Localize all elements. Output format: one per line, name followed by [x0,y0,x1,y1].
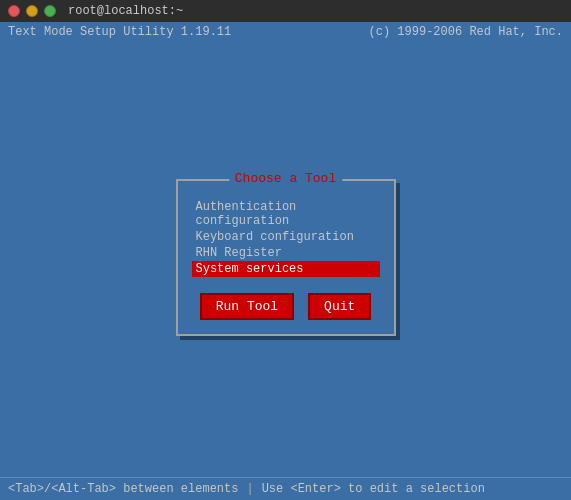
dialog-buttons: Run ToolQuit [192,293,380,320]
hint-tab: <Tab>/<Alt-Tab> between elements [8,482,238,496]
menu-item-3[interactable]: System services [192,261,380,277]
top-status-bar: Text Mode Setup Utility 1.19.11 (c) 1999… [0,22,571,42]
close-button[interactable] [8,5,20,17]
minimize-button[interactable] [26,5,38,17]
menu-item-1[interactable]: Keyboard configuration [192,229,380,245]
menu-item-2[interactable]: RHN Register [192,245,380,261]
dialog-title: Choose a Tool [229,171,342,186]
terminal-area: Choose a Tool Authentication configurati… [0,42,571,472]
menu-item-0[interactable]: Authentication configuration [192,199,380,229]
app-name: Text Mode Setup Utility 1.19.11 [8,25,231,39]
run-tool-button[interactable]: Run Tool [200,293,294,320]
dialog-content: Authentication configurationKeyboard con… [178,181,394,334]
bottom-status-bar: <Tab>/<Alt-Tab> between elements | Use <… [0,477,571,500]
quit-button[interactable]: Quit [308,293,371,320]
separator: | [246,482,253,496]
copyright: (c) 1999-2006 Red Hat, Inc. [369,25,563,39]
choose-tool-dialog: Choose a Tool Authentication configurati… [176,179,396,336]
maximize-button[interactable] [44,5,56,17]
hint-enter: Use <Enter> to edit a selection [262,482,485,496]
tool-menu-list: Authentication configurationKeyboard con… [192,199,380,277]
title-bar: root@localhost:~ [0,0,571,22]
window-title: root@localhost:~ [68,4,183,18]
